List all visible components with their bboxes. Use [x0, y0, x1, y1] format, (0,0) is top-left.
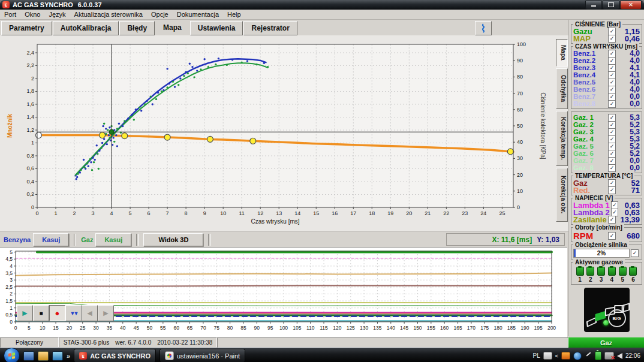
tray-app-icon-orange[interactable] [561, 352, 570, 360]
step-back-icon[interactable]: ◀ [82, 305, 98, 321]
svg-text:170: 170 [467, 325, 476, 331]
svg-text:110: 110 [306, 325, 315, 331]
svg-text:1,4: 1,4 [26, 114, 34, 120]
taskbar-app-paint[interactable]: ustawienia156 - Paint [160, 349, 245, 362]
menu-item-okno[interactable]: Okno [20, 11, 44, 18]
svg-text:11: 11 [239, 210, 245, 216]
tray-app-icon-globe[interactable] [573, 352, 582, 360]
side-tab-korekcja-temp[interactable]: Korekcja temp. [556, 111, 568, 166]
network-disconnected-icon[interactable] [604, 352, 614, 360]
svg-text:6: 6 [148, 210, 151, 216]
tab-bledy[interactable]: Błędy [119, 21, 155, 35]
fuel-mode-button[interactable]: Gaz [568, 337, 644, 348]
quicklaunch-icon-1[interactable] [23, 351, 34, 361]
svg-text:80: 80 [227, 325, 233, 331]
svg-text:24: 24 [480, 210, 486, 216]
menu-item-dokumentacja[interactable]: Dokumentacja [173, 11, 223, 18]
param-value: 0,46 [617, 34, 640, 43]
keyboard-icon[interactable] [543, 352, 552, 360]
svg-text:25: 25 [80, 325, 86, 331]
svg-text:19: 19 [387, 210, 393, 216]
svg-text:0: 0 [35, 210, 38, 216]
svg-text:3: 3 [10, 277, 13, 283]
param-label: Benz.8 [573, 100, 607, 107]
param-label: Gaz. 7 [573, 157, 607, 164]
side-tab-mapa[interactable]: Mapa [556, 39, 568, 67]
play-icon[interactable]: ▶ [17, 305, 33, 321]
svg-text:1,5: 1,5 [5, 298, 13, 304]
injector-indicator: 6 [629, 267, 637, 283]
recorder-toolbar: ▶ ■ ● ▼▼ ◀ ▶ [17, 305, 114, 321]
battery-icon[interactable] [595, 351, 601, 360]
tray-app-icon-pen[interactable] [585, 352, 592, 360]
language-indicator[interactable]: PL [532, 352, 540, 359]
checkbox[interactable] [608, 232, 616, 240]
recorder-chart[interactable]: 0510152025303540455055606570758085909510… [1, 248, 561, 337]
svg-text:195: 195 [534, 325, 543, 331]
checkbox[interactable] [608, 164, 616, 172]
menu-item-port[interactable]: Port [0, 11, 20, 18]
menu-item-help[interactable]: Help [223, 11, 245, 18]
quicklaunch-icon-3[interactable] [52, 351, 63, 361]
maximize-icon[interactable] [603, 1, 619, 10]
temperature-legend: TEMPERATURA [°C] [573, 173, 634, 179]
svg-text:9: 9 [203, 210, 206, 216]
stop-icon[interactable]: ■ [33, 305, 49, 321]
menu-item-jezyk[interactable]: Język [44, 11, 70, 18]
menu-bar: Port Okno Język Aktualizacja sterownika … [0, 10, 644, 20]
clock[interactable]: 22:06 [625, 352, 640, 359]
title-bar: AC GAS SYNCHRO 6.0.0.37 [0, 0, 644, 10]
connection-button[interactable] [475, 21, 492, 35]
menu-item-aktualizacja[interactable]: Aktualizacja sterownika [70, 11, 147, 18]
benzyna-gaz-switch[interactable]: B/G [608, 309, 626, 327]
minimize-icon[interactable] [585, 1, 602, 10]
fast-down-icon[interactable]: ▼▼ [65, 305, 82, 321]
svg-text:70: 70 [517, 90, 523, 96]
svg-text:4: 4 [10, 263, 13, 269]
map-chart[interactable]: 0123456789101112131415161718192021222324… [0, 35, 567, 231]
svg-text:60: 60 [173, 325, 179, 331]
window-title: AC GAS SYNCHRO [13, 1, 73, 8]
param-row: Red.71 [573, 186, 640, 194]
checkbox[interactable] [608, 100, 616, 108]
tab-mapa[interactable]: Mapa [155, 20, 189, 35]
tab-rejestrator[interactable]: Rejestrator [243, 21, 297, 35]
quicklaunch-overflow-chevron[interactable] [67, 352, 70, 360]
step-forward-icon[interactable]: ▶ [98, 305, 114, 321]
tab-parametry[interactable]: Parametry [1, 21, 52, 35]
paint-app-icon [165, 351, 174, 360]
param-label: Gaz. 5 [573, 143, 607, 150]
svg-text:150: 150 [413, 325, 422, 331]
checkbox[interactable] [631, 249, 639, 257]
close-icon[interactable] [620, 1, 642, 10]
start-button[interactable] [4, 348, 20, 362]
tab-ustawienia[interactable]: Ustawienia [190, 21, 243, 35]
kasuj-benzyna-button[interactable]: Kasuj [33, 233, 69, 246]
menu-item-opcje[interactable]: Opcje [147, 11, 173, 18]
svg-text:115: 115 [320, 325, 328, 331]
kasuj-gaz-button[interactable]: Kasuj [95, 233, 131, 246]
toolbar-separator [136, 234, 139, 246]
quicklaunch-icon-2[interactable] [38, 351, 49, 361]
svg-text:3,5: 3,5 [5, 270, 13, 276]
tray-collapse-chevron[interactable] [555, 353, 558, 359]
side-tab-korekcja-obr[interactable]: Korekcja obr. [556, 168, 568, 222]
checkbox[interactable] [608, 186, 616, 194]
record-icon[interactable]: ● [49, 305, 65, 321]
svg-text:135: 135 [373, 325, 381, 331]
taskbar-app-acgassynchro[interactable]: AC GAS SYNCHRO [74, 349, 156, 362]
checkbox[interactable] [608, 35, 616, 43]
param-label: Gaz. 1 [573, 114, 607, 121]
param-label: Benz.4 [573, 71, 607, 79]
checkbox[interactable] [608, 216, 616, 224]
tab-autokalibracja[interactable]: AutoKalibracja [53, 21, 119, 35]
svg-text:1,8: 1,8 [26, 88, 34, 94]
status-bar: Połączony STAG-300-6 plus wer. 6.7 4.0.0… [0, 337, 568, 348]
tab-strip: Parametry AutoKalibracja Błędy Mapa Usta… [0, 20, 568, 35]
svg-text:20: 20 [517, 172, 523, 178]
side-tab-odchylka[interactable]: Odchyłka [556, 68, 568, 109]
svg-text:10: 10 [220, 210, 226, 216]
svg-text:10: 10 [517, 188, 523, 194]
widok-3d-button[interactable]: Widok 3D [143, 233, 203, 246]
volume-icon[interactable] [617, 353, 622, 359]
